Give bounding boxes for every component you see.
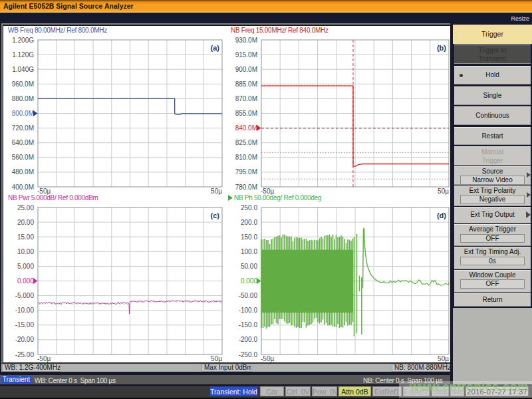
svg-text:200.0: 200.0 xyxy=(241,219,257,226)
svg-text:-25.00: -25.00 xyxy=(15,351,35,358)
svg-text:-5.000: -5.000 xyxy=(15,292,35,299)
svg-text:-15.00: -15.00 xyxy=(15,321,35,329)
svg-text:840.0M: 840.0M xyxy=(235,124,257,132)
svg-text:960.0M: 960.0M xyxy=(12,80,34,88)
svg-text:50.00: 50.00 xyxy=(241,263,257,270)
svg-text:50µ: 50µ xyxy=(438,355,449,362)
svg-text:50µ: 50µ xyxy=(211,188,222,195)
svg-text:-50µ: -50µ xyxy=(37,355,51,362)
svg-text:15.00: 15.00 xyxy=(17,233,34,241)
svg-text:930.0M: 930.0M xyxy=(235,37,257,44)
svg-text:(d): (d) xyxy=(437,211,446,219)
svg-text:560.0M: 560.0M xyxy=(12,154,34,161)
svg-text:400.0M: 400.0M xyxy=(12,184,34,191)
svg-text:(b): (b) xyxy=(437,44,446,52)
svg-text:50µ: 50µ xyxy=(211,355,222,362)
svg-text:-50µ: -50µ xyxy=(261,355,274,362)
svg-text:100.0: 100.0 xyxy=(241,248,257,255)
svg-text:(a): (a) xyxy=(211,44,220,52)
svg-text:150.0: 150.0 xyxy=(241,233,257,241)
svg-text:NB Freq 15.00MHz/ Ref 840.0MHz: NB Freq 15.00MHz/ Ref 840.0MHz xyxy=(231,27,329,34)
svg-text:810.0M: 810.0M xyxy=(235,154,257,161)
svg-text:50µ: 50µ xyxy=(438,188,449,195)
svg-text:-200.0: -200.0 xyxy=(239,336,258,343)
svg-text:20.00: 20.00 xyxy=(17,219,34,226)
svg-text:(c): (c) xyxy=(211,211,220,219)
svg-text:780.0M: 780.0M xyxy=(235,184,257,191)
svg-text:640.0M: 640.0M xyxy=(12,139,34,146)
svg-text:0.000: 0.000 xyxy=(241,277,257,285)
svg-text:885.0M: 885.0M xyxy=(235,80,257,88)
svg-text:1.040G: 1.040G xyxy=(12,66,34,73)
svg-text:WB Freq 80.00MHz/ Ref 800.0MHz: WB Freq 80.00MHz/ Ref 800.0MHz xyxy=(8,27,107,34)
svg-text:0.000: 0.000 xyxy=(17,277,34,285)
svg-text:-250.0: -250.0 xyxy=(239,351,258,358)
svg-text:250.0: 250.0 xyxy=(241,204,257,211)
svg-text:795.0M: 795.0M xyxy=(235,168,257,176)
svg-text:5.000: 5.000 xyxy=(17,263,34,270)
svg-text:-50.00: -50.00 xyxy=(239,292,258,299)
svg-text:25.00: 25.00 xyxy=(17,204,34,211)
svg-text:1.120G: 1.120G xyxy=(12,51,34,59)
svg-text:-150.0: -150.0 xyxy=(239,321,258,329)
svg-text:1.200G: 1.200G xyxy=(12,37,34,44)
svg-text:480.0M: 480.0M xyxy=(12,168,34,176)
svg-text:10.00: 10.00 xyxy=(17,248,34,255)
svg-text:825.0M: 825.0M xyxy=(235,139,257,146)
svg-text:880.0M: 880.0M xyxy=(12,95,34,102)
svg-text:915.0M: 915.0M xyxy=(235,51,257,59)
svg-text:900.0M: 900.0M xyxy=(235,66,257,73)
svg-text:800.0M: 800.0M xyxy=(12,110,34,117)
svg-text:870.0M: 870.0M xyxy=(235,95,257,102)
svg-text:-100.0: -100.0 xyxy=(239,307,258,314)
svg-text:NB Pwr 5.000dB/ Ref 0.000dBm: NB Pwr 5.000dB/ Ref 0.000dBm xyxy=(8,194,98,201)
svg-text:855.0M: 855.0M xyxy=(235,110,257,117)
svg-text:720.0M: 720.0M xyxy=(12,124,34,132)
svg-text:-10.00: -10.00 xyxy=(15,307,35,314)
svg-text:-20.00: -20.00 xyxy=(15,336,35,343)
svg-text:NB Ph 50.00deg/ Ref 0.000deg: NB Ph 50.00deg/ Ref 0.000deg xyxy=(234,194,321,201)
